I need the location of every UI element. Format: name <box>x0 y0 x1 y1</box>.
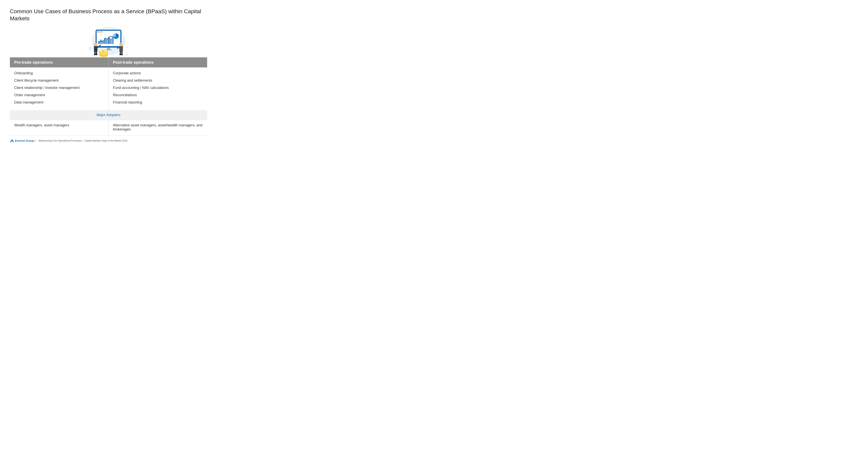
svg-rect-8 <box>102 40 104 44</box>
svg-rect-24 <box>94 46 97 52</box>
pre-trade-content: Onboarding Client lifecycle management C… <box>10 67 108 110</box>
adopters-row: Wealth managers, asset managers Alternat… <box>10 120 207 135</box>
pre-trade-item-3: Client relationship / investor managemen… <box>14 85 104 91</box>
svg-rect-6 <box>98 41 100 44</box>
svg-text:⚙: ⚙ <box>125 53 128 56</box>
registered-mark: ® <box>35 140 36 142</box>
brand-name: Everest Group <box>15 139 34 142</box>
main-content: Pre-trade operations Post-trade operatio… <box>10 57 207 143</box>
svg-rect-9 <box>104 38 106 44</box>
svg-point-4 <box>99 31 101 33</box>
svg-text:$: $ <box>102 50 104 53</box>
post-trade-item-1: Corporate actions <box>113 71 203 76</box>
pre-trade-item-2: Client lifecycle management <box>14 78 104 83</box>
post-trade-item-4: Reconciliations <box>113 93 203 98</box>
adopters-left: Wealth managers, asset managers <box>10 120 108 135</box>
pre-trade-item-5: Data management <box>14 100 104 105</box>
post-trade-item-2: Clearing and settlements <box>113 78 203 83</box>
svg-point-5 <box>101 31 102 33</box>
everest-logo: Everest Group® <box>10 139 36 143</box>
svg-rect-31 <box>119 46 123 52</box>
post-trade-item-3: Fund accounting / NAV calculations <box>113 85 203 91</box>
post-trade-item-5: Financial reporting <box>113 100 203 105</box>
footer-caption: Modernizing Core Operational Processes –… <box>38 139 127 142</box>
svg-point-25 <box>94 43 97 46</box>
svg-point-30 <box>95 54 97 55</box>
svg-rect-10 <box>106 39 108 44</box>
svg-point-32 <box>119 43 123 46</box>
major-adopters-label: Major Adopters <box>10 110 207 120</box>
pre-trade-item-1: Onboarding <box>14 71 104 76</box>
pre-trade-item-4: Order management <box>14 93 104 98</box>
svg-point-37 <box>121 54 123 55</box>
svg-rect-7 <box>100 40 102 44</box>
content-row: Onboarding Client lifecycle management C… <box>10 67 207 110</box>
center-illustration: $ <box>83 26 134 58</box>
post-trade-content: Corporate actions Clearing and settlemen… <box>109 67 207 110</box>
svg-point-3 <box>98 31 99 33</box>
svg-text:◆: ◆ <box>92 54 93 56</box>
everest-logo-icon <box>10 139 14 143</box>
svg-rect-11 <box>108 37 110 44</box>
adopters-right: Alternative asset managers, asset/wealth… <box>109 120 207 135</box>
footer: Everest Group® Modernizing Core Operatio… <box>10 135 207 143</box>
svg-rect-12 <box>110 38 112 44</box>
svg-text:⚙: ⚙ <box>88 46 92 51</box>
page-title: Common Use Cases of Business Process as … <box>10 8 207 22</box>
svg-text:◆: ◆ <box>126 46 128 48</box>
svg-rect-15 <box>107 47 110 50</box>
